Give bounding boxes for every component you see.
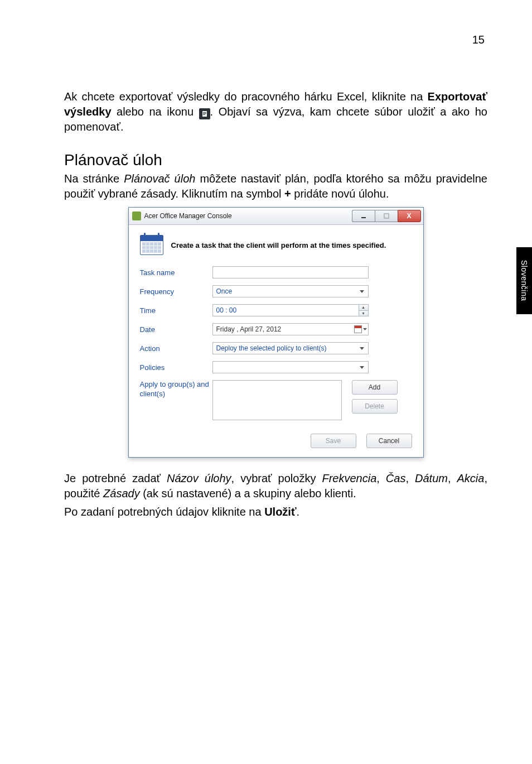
svg-rect-1 <box>203 112 206 113</box>
date-input[interactable]: Friday , April 27, 2012 <box>212 323 369 335</box>
date-value: Friday , April 27, 2012 <box>216 325 282 333</box>
label-task-name: Task name <box>140 268 212 277</box>
frequency-value: Once <box>216 287 233 295</box>
text-italic: Zásady <box>103 487 140 499</box>
text: Ak chcete exportovať výsledky do pracovn… <box>64 90 428 103</box>
chevron-down-icon <box>358 344 366 352</box>
spinner-up-icon[interactable]: ▲ <box>359 305 368 311</box>
time-value: 00 : 00 <box>216 306 237 314</box>
frequency-select[interactable]: Once <box>212 285 369 297</box>
label-action: Action <box>140 344 212 353</box>
section-title-scheduler: Plánovač úloh <box>64 151 487 169</box>
text: Je potrebné zadať <box>64 472 167 484</box>
text-italic: Akcia <box>457 472 485 484</box>
minimize-button[interactable] <box>352 210 375 222</box>
calendar-small-icon <box>354 325 362 333</box>
text-italic: Čas <box>386 472 406 484</box>
text: Po zadaní potrebných údajov kliknite na <box>64 506 264 518</box>
paragraph-export: Ak chcete exportovať výsledky do pracovn… <box>64 89 487 134</box>
close-button[interactable]: X <box>398 210 421 222</box>
screenshot-container: Acer Office Manager Console X <box>64 207 487 458</box>
svg-rect-3 <box>203 114 205 115</box>
time-spinner[interactable]: ▲ ▼ <box>359 305 368 316</box>
svg-rect-4 <box>361 217 366 218</box>
label-frequency: Frequency <box>140 287 212 296</box>
text: . <box>296 506 299 518</box>
paragraph-save: Po zadaní potrebných údajov kliknite na … <box>64 504 487 520</box>
text: , <box>376 472 386 484</box>
policies-select[interactable] <box>212 361 369 373</box>
time-input[interactable]: 00 : 00 ▲ ▼ <box>212 304 369 316</box>
label-policies: Policies <box>140 363 212 372</box>
page-number: 15 <box>472 33 485 46</box>
svg-rect-5 <box>384 214 389 218</box>
paragraph-fields: Je potrebné zadať Názov úlohy, vybrať po… <box>64 471 487 501</box>
text-italic: Frekvencia <box>322 472 376 484</box>
save-button[interactable]: Save <box>311 434 356 448</box>
text-bold: + <box>284 188 291 200</box>
chevron-down-icon <box>358 287 366 295</box>
export-icon <box>199 108 210 119</box>
text-italic: Dátum <box>415 472 448 484</box>
text: , <box>448 472 457 484</box>
language-tab: Slovenčina <box>516 247 532 314</box>
text-bold: Uložiť <box>264 506 296 518</box>
apply-to-listbox[interactable] <box>212 380 342 420</box>
text: alebo na ikonu <box>112 105 199 118</box>
window-title: Acer Office Manager Console <box>144 212 352 220</box>
action-select[interactable]: Deploy the selected policy to client(s) <box>212 342 369 354</box>
app-icon <box>132 212 141 220</box>
text: , vybrať položky <box>231 472 322 484</box>
label-time: Time <box>140 306 212 315</box>
calendar-icon <box>140 235 163 255</box>
label-apply-to: Apply to group(s) and client(s) <box>140 380 212 399</box>
chevron-down-icon <box>358 363 366 371</box>
paragraph-scheduler: Na stránke Plánovač úloh môžete nastaviť… <box>64 171 487 201</box>
text: , <box>405 472 415 484</box>
task-name-input[interactable] <box>212 266 369 278</box>
action-value: Deploy the selected policy to client(s) <box>216 344 327 352</box>
text-italic: Názov úlohy <box>167 472 231 484</box>
text: pridáte novú úlohu. <box>291 188 389 200</box>
dialog-description: Create a task that the client will perfo… <box>171 241 386 249</box>
cancel-button[interactable]: Cancel <box>366 434 412 448</box>
text-italic: Plánovač úloh <box>124 172 195 185</box>
svg-rect-2 <box>203 113 206 114</box>
spinner-down-icon[interactable]: ▼ <box>359 311 368 316</box>
maximize-button[interactable] <box>375 210 398 222</box>
add-button[interactable]: Add <box>352 380 398 395</box>
label-date: Date <box>140 325 212 334</box>
dialog-window: Acer Office Manager Console X <box>128 207 424 458</box>
text: (ak sú nastavené) a a skupiny alebo klie… <box>140 487 356 499</box>
date-picker-button[interactable] <box>354 325 367 333</box>
text: Na stránke <box>64 172 124 185</box>
title-bar: Acer Office Manager Console X <box>129 208 423 225</box>
delete-button[interactable]: Delete <box>352 399 398 414</box>
